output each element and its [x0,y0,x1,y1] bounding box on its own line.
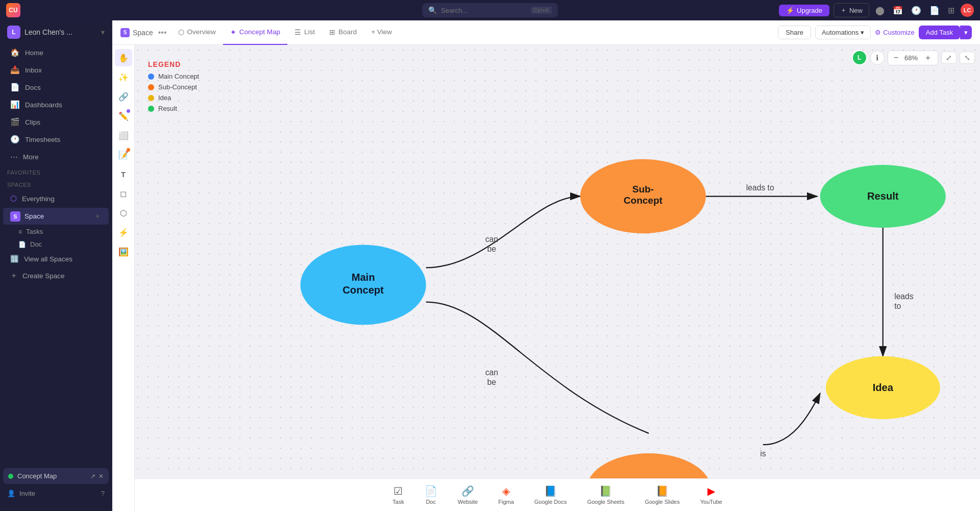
bottom-tool-doc[interactable]: 📄 Doc [414,481,448,509]
bottom-tool-gsheets[interactable]: 📗 Google Sheets [577,481,634,509]
sidebar-sub-tasks[interactable]: ≡ Tasks [0,225,112,238]
search-input[interactable] [441,7,527,14]
help-icon[interactable]: ? [101,490,105,497]
bottom-tool-website[interactable]: 🔗 Website [448,481,488,509]
add-task-group: Add Task ▾ [919,26,972,39]
ai-icon: ✨ [118,72,129,82]
tasks-icon: ≡ [18,228,22,235]
tool-image[interactable]: 🖼️ [115,243,132,260]
topbar: CU 🔍 Ctrl+K ⚡ Upgrade ＋ New ⬤ 📅 🕐 📄 ⊞ LC [0,0,980,20]
upgrade-button[interactable]: ⚡ Upgrade [779,5,829,16]
pen-dot [127,109,130,113]
sidebar-item-label: Inbox [25,66,42,74]
tool-flow[interactable]: ⬡ [115,204,132,222]
space-badge: S [10,211,20,222]
tab-list[interactable]: ☰ List [287,20,322,45]
automations-button[interactable]: Automations ▾ [815,26,871,39]
status-icon[interactable]: ⬤ [873,6,887,15]
breadcrumb-dots-menu[interactable]: ••• [158,28,167,37]
user-workspace-avatar: L [7,26,20,39]
left-toolbar: ✋ ✨ 🔗 ✏️ ⬜ 📝 [112,45,135,511]
edge-main-sub [426,197,580,268]
sidebar-item-timesheets[interactable]: 🕐 Timesheets [3,131,109,148]
bottom-toolbar: ☑ Task 📄 Doc 🔗 Website ◈ Figma 📘 Go [135,478,980,511]
concept-map-chip[interactable]: Concept Map ↗ ✕ [3,468,109,484]
sidebar-item-space[interactable]: S Space ••• ＋ [3,208,109,225]
plus-icon: ＋ [840,6,847,15]
sidebar-item-label: Clips [25,118,40,126]
sidebar-item-more[interactable]: ⋯ More [3,149,109,165]
sidebar-item-dashboards[interactable]: 📊 Dashboards [3,96,109,113]
tool-note[interactable]: 📝 [115,146,132,163]
edge-label-can-be-lower: can [485,368,498,377]
figma-icon: ◈ [502,485,510,497]
content: S Space ••• ⬡ Overview ✦ Concept Map ☰ L… [112,20,980,511]
doc-icon: 📄 [425,485,437,497]
share-button[interactable]: Share [778,26,811,39]
tab-board[interactable]: ⊞ Board [322,20,364,45]
add-task-button[interactable]: Add Task [919,26,960,39]
tool-magic[interactable]: ⚡ [115,224,132,241]
sidebar: L Leon Chen's ... ▾ 🏠 Home 📥 Inbox 📄 Doc… [0,20,112,511]
calendar-icon[interactable]: 📅 [891,6,905,15]
sidebar-item-clips[interactable]: 🎬 Clips [3,114,109,130]
dashboards-icon: 📊 [10,100,20,109]
create-space[interactable]: ＋ Create Space [3,267,109,284]
add-task-dropdown-button[interactable]: ▾ [960,26,972,39]
sidebar-item-inbox[interactable]: 📥 Inbox [3,62,109,78]
canvas-area[interactable]: ✋ ✨ 🔗 ✏️ ⬜ 📝 [112,45,980,511]
note-dot [127,148,130,152]
sidebar-item-home[interactable]: 🏠 Home [3,44,109,61]
upgrade-icon: ⚡ [786,7,794,14]
chevron-down-icon: ▾ [101,28,105,36]
tool-link[interactable]: 🔗 [115,88,132,105]
file-icon[interactable]: 📄 [927,6,942,15]
concept-map-svg: can be leads to leads to can be lea t [135,45,980,502]
magic-icon: ⚡ [118,228,129,237]
user-plus-icon: 👤 [7,490,15,497]
svg-text:Concept: Concept [342,284,384,296]
bottom-tool-figma[interactable]: ◈ Figma [488,481,524,509]
sidebar-item-everything[interactable]: ⬡ Everything [3,190,109,207]
customize-button[interactable]: ⚙ Customize [875,29,914,36]
tool-eraser[interactable]: ◻ [115,185,132,202]
tab-overview[interactable]: ⬡ Overview [171,20,223,45]
tool-select[interactable]: ✋ [115,49,132,66]
invite-row[interactable]: 👤 Invite ? [0,486,112,501]
gsheets-label: Google Sheets [587,499,624,505]
space-add-icon[interactable]: ＋ [93,211,102,222]
clock-icon[interactable]: 🕐 [909,6,923,15]
svg-text:be: be [487,245,497,253]
new-button[interactable]: ＋ New [834,3,869,17]
breadcrumb[interactable]: S Space ••• [120,28,167,37]
tool-pen[interactable]: ✏️ [115,107,132,125]
grid-icon[interactable]: ⊞ [946,6,957,15]
view-all-spaces[interactable]: 🔢 View all Spaces [3,251,109,266]
tool-ai[interactable]: ✨ [115,68,132,86]
search-bar[interactable]: 🔍 Ctrl+K [422,3,558,17]
node-sub-label: Sub- [632,184,654,194]
node-result-label: Result [867,190,899,202]
sidebar-user[interactable]: L Leon Chen's ... ▾ [0,20,112,44]
workspace-name: Leon Chen's ... [24,28,72,36]
bottom-tool-task[interactable]: ☑ Task [382,481,414,509]
bottom-tool-gdocs[interactable]: 📘 Google Docs [524,481,577,509]
sidebar-item-docs[interactable]: 📄 Docs [3,79,109,95]
spaces-label: Spaces [0,178,112,190]
eraser-icon: ◻ [120,189,127,199]
tool-rect[interactable]: ⬜ [115,127,132,144]
external-link-icon[interactable]: ↗ [90,473,95,480]
tab-add-view[interactable]: + View [364,20,399,45]
close-icon[interactable]: ✕ [99,473,104,480]
user-avatar[interactable]: LC [961,4,974,17]
edge-label-is: is [760,449,766,458]
doc-sub-icon: 📄 [18,241,26,248]
tab-concept-map[interactable]: ✦ Concept Map [223,20,287,45]
sidebar-sub-doc[interactable]: 📄 Doc [0,238,112,251]
svg-text:be: be [487,378,497,386]
bottom-tool-youtube[interactable]: ▶ YouTube [690,481,732,509]
bottom-tool-gslides[interactable]: 📙 Google Slides [634,481,690,509]
sidebar-item-label: Home [25,49,43,57]
tool-text[interactable]: T [115,165,132,183]
timesheets-icon: 🕐 [10,135,20,144]
